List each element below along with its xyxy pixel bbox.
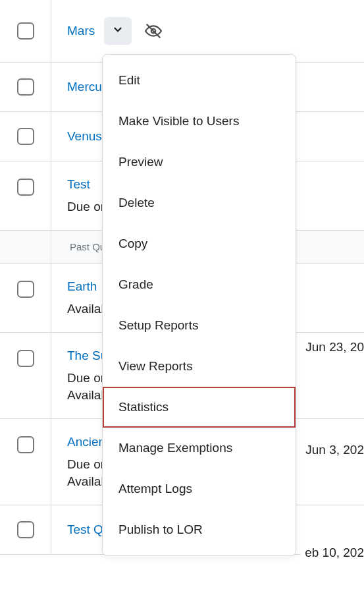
menu-item-copy[interactable]: Copy xyxy=(103,223,296,264)
row-checkbox[interactable] xyxy=(17,350,34,367)
checkbox-cell xyxy=(0,161,51,230)
menu-item-grade[interactable]: Grade xyxy=(103,264,296,305)
menu-item-setup-reports[interactable]: Setup Reports xyxy=(103,305,296,346)
table-row: Mars xyxy=(0,0,364,63)
quiz-title-link[interactable]: Venus xyxy=(67,129,102,144)
quiz-title-link[interactable]: Test xyxy=(67,177,90,192)
row-checkbox[interactable] xyxy=(17,128,34,145)
date-right-text: Jun 23, 20 xyxy=(301,340,364,354)
row-actions-dropdown[interactable] xyxy=(104,17,132,45)
row-checkbox[interactable] xyxy=(17,521,34,538)
empty-cell xyxy=(0,231,51,263)
row-checkbox[interactable] xyxy=(17,179,34,196)
checkbox-cell xyxy=(0,419,51,505)
checkbox-cell xyxy=(0,264,51,332)
context-menu: EditMake Visible to UsersPreviewDeleteCo… xyxy=(102,54,296,556)
quiz-title-link[interactable]: Earth xyxy=(67,279,97,294)
checkbox-cell xyxy=(0,112,51,161)
menu-item-make-visible-to-users[interactable]: Make Visible to Users xyxy=(103,101,296,142)
row-checkbox[interactable] xyxy=(17,281,34,298)
row-checkbox[interactable] xyxy=(17,78,34,96)
menu-item-statistics[interactable]: Statistics xyxy=(103,387,296,428)
row-checkbox[interactable] xyxy=(17,22,34,40)
date-right-text: eb 10, 202 xyxy=(301,546,364,560)
chevron-down-icon xyxy=(112,24,124,38)
hidden-icon xyxy=(140,17,167,45)
date-right-text: Jun 3, 202 xyxy=(301,443,364,457)
checkbox-cell xyxy=(0,333,51,418)
menu-item-manage-exemptions[interactable]: Manage Exemptions xyxy=(103,428,296,468)
checkbox-cell xyxy=(0,505,51,554)
content-cell: Mars xyxy=(51,0,364,62)
menu-item-publish-to-lor[interactable]: Publish to LOR xyxy=(103,509,296,550)
menu-item-delete[interactable]: Delete xyxy=(103,183,296,223)
menu-item-preview[interactable]: Preview xyxy=(103,142,296,183)
menu-item-view-reports[interactable]: View Reports xyxy=(103,346,296,387)
row-checkbox[interactable] xyxy=(17,436,34,453)
checkbox-cell xyxy=(0,0,51,62)
checkbox-cell xyxy=(0,63,51,111)
menu-item-attempt-logs[interactable]: Attempt Logs xyxy=(103,468,296,509)
menu-item-edit[interactable]: Edit xyxy=(103,60,296,101)
quiz-title-link[interactable]: Mars xyxy=(67,24,95,38)
